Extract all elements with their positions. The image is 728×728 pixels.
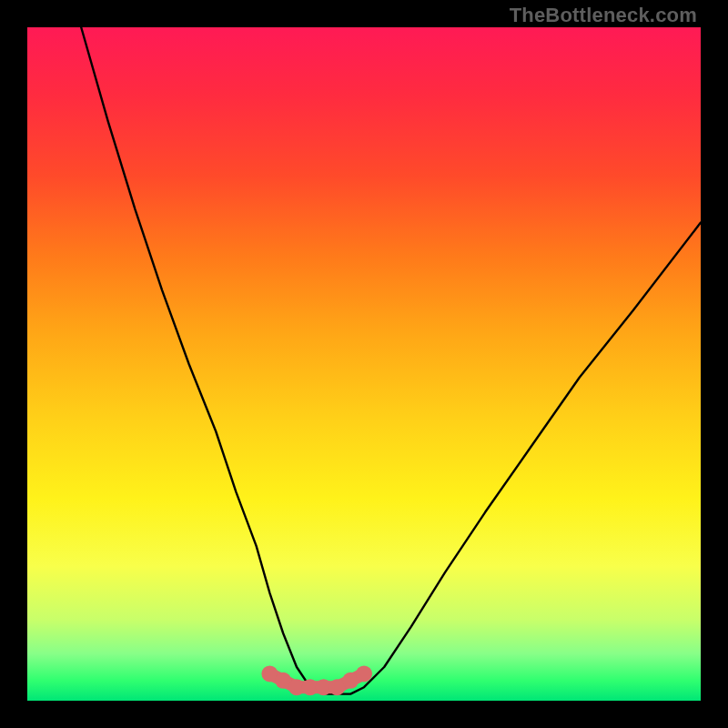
chart-frame [27, 27, 701, 701]
bottleneck-curve [81, 27, 701, 694]
chart-overlay [27, 27, 701, 701]
flat-marker-dot [356, 665, 372, 682]
attribution-watermark: TheBottleneck.com [510, 4, 697, 27]
